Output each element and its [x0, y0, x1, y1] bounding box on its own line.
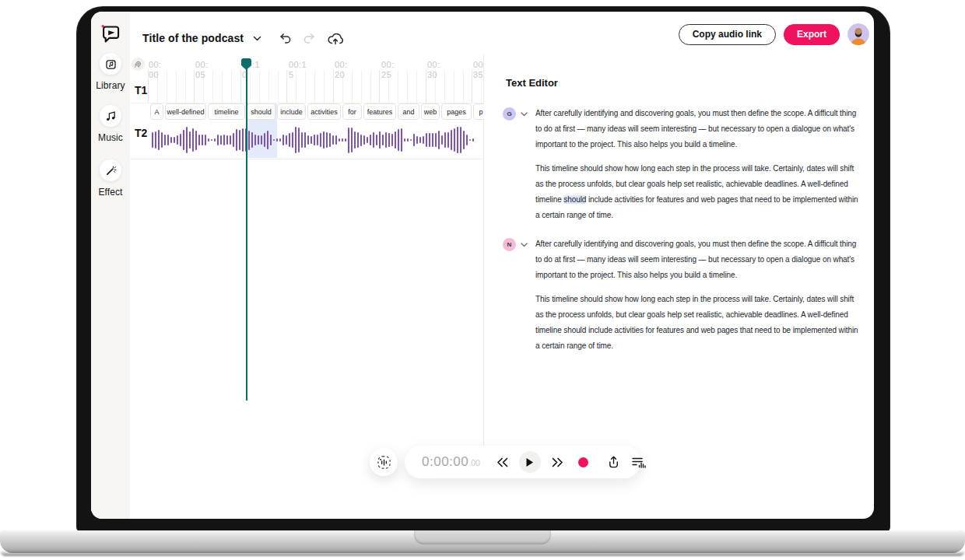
topbar-title-group: Title of the podcast	[142, 28, 346, 48]
transport-bar: 0:00:00.00	[405, 446, 640, 478]
waveform[interactable]	[152, 122, 483, 158]
transcript-word-block[interactable]: features	[363, 103, 396, 120]
transcript-word-block[interactable]: should	[247, 103, 275, 120]
speaker-toggle[interactable]: G	[503, 107, 528, 121]
sidebar-item-library[interactable]: Library	[91, 53, 130, 92]
play-button[interactable]	[519, 451, 541, 473]
ruler-tick: 00:30	[427, 60, 440, 80]
transcript-word-block[interactable]: well-defined	[165, 103, 206, 120]
timeline-panel: 00:00 00:05 00:10 00:15 00:20 00:25 00:3…	[91, 12, 484, 519]
sidebar-item-label: Music	[98, 132, 123, 143]
speaker-toggle[interactable]: N	[503, 238, 528, 251]
transcript-word-block[interactable]: for	[342, 103, 362, 120]
sidebar-item-label: Effect	[98, 187, 122, 198]
ruler-tick: 00:25	[381, 60, 395, 80]
app-logo-icon[interactable]	[100, 23, 121, 44]
transcript-word-block[interactable]: activities	[307, 103, 341, 120]
fast-forward-icon	[552, 457, 564, 467]
speaker-paragraph[interactable]: This timeline should show how long each …	[535, 292, 861, 354]
app-window: Library Music Effect Title of the podcas…	[91, 12, 874, 519]
transcript-word-block[interactable]: timeline	[208, 103, 245, 120]
ruler-tick: 00:20	[335, 60, 348, 80]
share-button[interactable]	[607, 455, 620, 469]
title-chevron-down-icon[interactable]	[251, 36, 263, 41]
highlighted-word: should	[563, 195, 586, 204]
speaker-block: G After carefully identifying and discov…	[503, 106, 862, 223]
undo-icon[interactable]	[277, 33, 293, 44]
time-display: 0:00:00.00	[422, 454, 480, 470]
transcript-word-block[interactable]: include	[277, 103, 306, 120]
chevron-down-icon	[521, 243, 528, 247]
topbar-actions: Copy audio link Export	[679, 23, 869, 45]
record-icon	[578, 457, 588, 467]
sidebar-item-music[interactable]: Music	[91, 105, 130, 144]
user-avatar[interactable]	[847, 23, 869, 45]
laptop-base	[0, 530, 965, 553]
laptop-base-notch	[414, 530, 551, 544]
transcript-word-block[interactable]: and	[398, 103, 419, 120]
fit-waveform-icon	[377, 455, 391, 470]
transcript-word-block[interactable]: A	[150, 103, 163, 120]
project-title[interactable]: Title of the podcast	[142, 32, 244, 44]
share-up-icon	[607, 455, 620, 469]
ruler-tick: 00:35	[473, 60, 484, 80]
speaker-paragraph[interactable]: This timeline should show how long each …	[535, 161, 861, 223]
speaker-paragraph[interactable]: After carefully identifying and discover…	[535, 236, 861, 283]
playlist-waveform-icon	[631, 456, 647, 468]
sidebar-item-effect[interactable]: Effect	[91, 159, 130, 198]
music-notes-icon	[100, 105, 121, 127]
fit-to-view-button[interactable]	[370, 448, 398, 476]
transcript-word-block[interactable]: pages	[441, 103, 472, 120]
speaker-block: N After carefully identifying and discov…	[503, 236, 862, 354]
magic-wand-icon	[100, 159, 121, 181]
transcript-queue-button[interactable]	[631, 456, 647, 468]
laptop-mockup: Library Music Effect Title of the podcas…	[0, 0, 965, 560]
export-button[interactable]: Export	[784, 24, 840, 45]
sidebar: Library Music Effect	[91, 12, 130, 519]
chevron-down-icon	[521, 112, 528, 117]
ruler-tick: 00:15	[289, 60, 307, 80]
magnet-snap-icon[interactable]	[132, 58, 145, 71]
transcript-word-block[interactable]: web	[421, 103, 440, 120]
fast-forward-button[interactable]	[552, 457, 564, 467]
sidebar-item-label: Library	[96, 80, 125, 91]
copy-audio-link-button[interactable]: Copy audio link	[679, 24, 776, 45]
play-icon	[519, 451, 541, 473]
redo-icon[interactable]	[301, 33, 318, 44]
playhead-line	[246, 59, 247, 401]
speaker-paragraph[interactable]: After carefully identifying and discover…	[535, 106, 861, 152]
record-button[interactable]	[578, 457, 588, 467]
track-label-t2: T2	[135, 127, 147, 139]
track-bottom-line	[130, 159, 484, 159]
text-editor-heading: Text Editor	[506, 77, 862, 89]
transcript-word-track: A well-defined timeline should include a…	[150, 103, 484, 121]
rewind-icon	[496, 457, 508, 467]
library-box-icon	[100, 53, 121, 75]
rewind-button[interactable]	[496, 457, 508, 467]
cloud-upload-icon[interactable]	[325, 32, 346, 45]
speaker-avatar-n[interactable]: N	[503, 238, 516, 251]
track-label-t1: T1	[135, 84, 147, 96]
speaker-avatar-g[interactable]: G	[503, 107, 516, 121]
transcript-word-block[interactable]: p	[473, 103, 484, 120]
ruler-tick: 00:05	[195, 60, 209, 80]
text-editor-panel: Text Editor G After carefully identifyin…	[503, 77, 862, 367]
ruler-tick: 00:00	[149, 60, 162, 80]
